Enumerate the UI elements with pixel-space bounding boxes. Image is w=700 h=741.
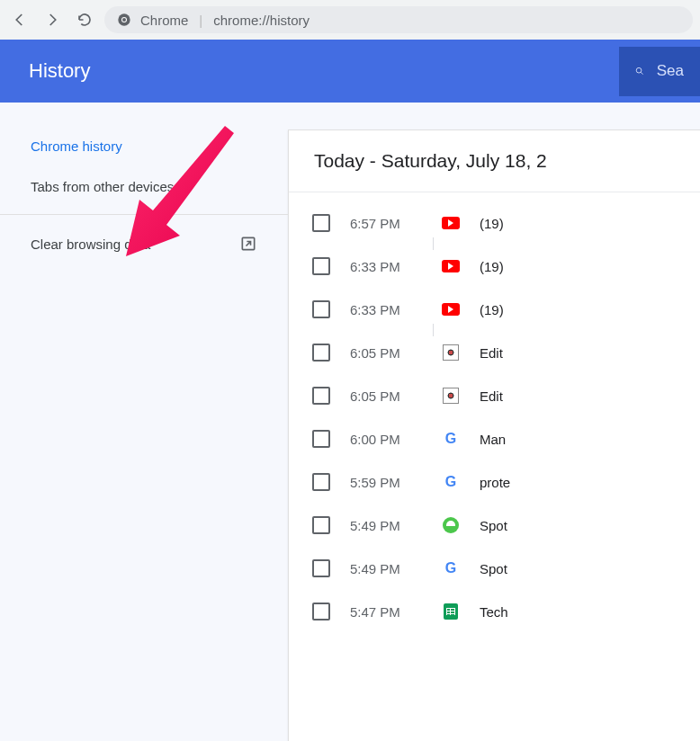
browser-toolbar: Chrome | chrome://history <box>0 0 700 40</box>
history-row[interactable]: 6:33 PM(19) <box>289 288 700 331</box>
row-checkbox[interactable] <box>312 214 330 232</box>
row-title: Edit <box>480 388 503 404</box>
reload-button[interactable] <box>72 7 97 32</box>
row-checkbox[interactable] <box>312 559 330 577</box>
history-row[interactable]: 5:59 PMGprote <box>289 460 700 504</box>
row-checkbox[interactable] <box>312 300 330 318</box>
row-title: prote <box>480 475 510 490</box>
row-checkbox[interactable] <box>312 430 330 448</box>
sidebar-item-tabs-other-devices[interactable]: Tabs from other devices <box>0 166 288 207</box>
page-header: History Sea <box>0 40 700 103</box>
row-title: (19) <box>480 259 504 274</box>
history-row[interactable]: 5:47 PMTech <box>289 590 700 633</box>
page-title: History <box>29 59 90 83</box>
row-time: 6:33 PM <box>350 259 422 274</box>
google-icon: G <box>445 560 456 576</box>
row-favicon <box>442 300 460 318</box>
youtube-icon <box>442 303 460 316</box>
history-row[interactable]: 6:57 PM(19) <box>289 201 700 245</box>
history-row[interactable]: 6:05 PMEdit <box>289 331 700 374</box>
history-row[interactable]: 6:33 PM(19) <box>289 245 700 288</box>
main-content: Chrome history Tabs from other devices C… <box>0 103 700 741</box>
row-checkbox[interactable] <box>312 473 330 491</box>
row-favicon: G <box>442 430 460 448</box>
sheets-icon <box>444 603 458 620</box>
row-favicon <box>442 387 460 405</box>
chrome-favicon-icon <box>117 13 131 27</box>
row-favicon: G <box>442 473 460 491</box>
address-bar[interactable]: Chrome | chrome://history <box>104 6 693 33</box>
forward-button[interactable] <box>40 7 65 32</box>
row-time: 5:49 PM <box>350 561 422 576</box>
history-date-header: Today - Saturday, July 18, 2 <box>289 130 700 192</box>
site-icon <box>443 517 459 533</box>
row-title: (19) <box>480 302 504 317</box>
row-time: 6:05 PM <box>350 388 422 404</box>
row-favicon <box>442 344 460 362</box>
address-app-label: Chrome <box>140 13 188 28</box>
svg-point-3 <box>636 67 642 73</box>
history-list: 6:57 PM(19)6:33 PM(19)6:33 PM(19)6:05 PM… <box>289 192 700 642</box>
sidebar-item-clear-browsing-data[interactable]: Clear browsing data <box>0 222 288 265</box>
youtube-icon <box>442 217 460 229</box>
row-time: 6:05 PM <box>350 345 422 361</box>
history-row[interactable]: 5:49 PMSpot <box>289 504 700 547</box>
row-time: 6:57 PM <box>350 216 422 231</box>
address-url: chrome://history <box>213 13 310 28</box>
row-title: Man <box>480 432 506 447</box>
row-favicon: G <box>442 559 460 577</box>
row-title: Edit <box>480 345 503 361</box>
google-icon: G <box>445 474 456 490</box>
row-time: 5:49 PM <box>350 518 422 533</box>
history-row[interactable]: 5:49 PMGSpot <box>289 547 700 590</box>
google-icon: G <box>445 431 456 447</box>
row-checkbox[interactable] <box>312 344 330 362</box>
search-icon <box>635 61 644 81</box>
search-input[interactable]: Sea <box>619 47 700 96</box>
row-checkbox[interactable] <box>312 257 330 275</box>
site-icon <box>443 344 459 361</box>
row-title: Spot <box>480 561 507 576</box>
sidebar-item-label: Clear browsing data <box>31 237 150 252</box>
row-favicon <box>442 214 460 232</box>
row-checkbox[interactable] <box>312 387 330 405</box>
row-time: 6:00 PM <box>350 432 422 447</box>
back-button[interactable] <box>7 7 32 32</box>
row-time: 5:59 PM <box>350 475 422 490</box>
history-panel: Today - Saturday, July 18, 2 6:57 PM(19)… <box>288 129 700 741</box>
search-placeholder: Sea <box>657 62 684 80</box>
row-favicon <box>442 516 460 534</box>
youtube-icon <box>442 260 460 272</box>
sidebar-item-chrome-history[interactable]: Chrome history <box>0 126 288 166</box>
row-favicon <box>442 603 460 620</box>
open-external-icon <box>239 235 257 253</box>
row-title: (19) <box>480 216 504 231</box>
row-title: Spot <box>480 518 507 533</box>
row-favicon <box>442 257 460 275</box>
sidebar: Chrome history Tabs from other devices C… <box>0 103 288 741</box>
row-checkbox[interactable] <box>312 516 330 534</box>
sidebar-item-label: Chrome history <box>31 138 122 154</box>
row-time: 6:33 PM <box>350 302 422 317</box>
divider <box>0 214 288 215</box>
row-title: Tech <box>480 604 508 620</box>
row-checkbox[interactable] <box>312 603 330 620</box>
row-time: 5:47 PM <box>350 604 422 620</box>
history-row[interactable]: 6:05 PMEdit <box>289 374 700 417</box>
site-icon <box>443 388 459 404</box>
sidebar-item-label: Tabs from other devices <box>31 179 174 194</box>
history-row[interactable]: 6:00 PMGMan <box>289 417 700 460</box>
svg-point-2 <box>122 18 126 22</box>
address-separator: | <box>199 13 202 28</box>
